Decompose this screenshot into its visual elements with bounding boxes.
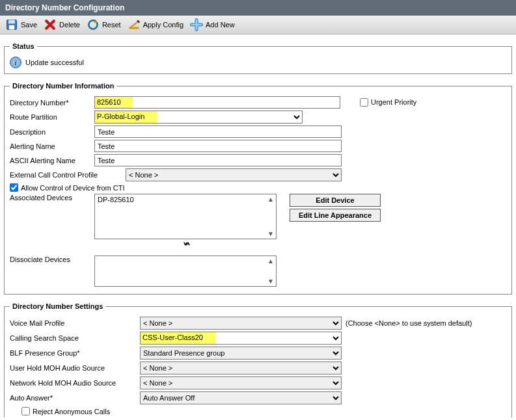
reject-anonymous-label: Reject Anonymous Calls bbox=[33, 408, 110, 415]
dn-settings-legend: Directory Number Settings bbox=[10, 302, 105, 310]
dn-settings-section: Directory Number Settings Voice Mail Pro… bbox=[4, 302, 512, 417]
svg-rect-1 bbox=[8, 20, 15, 24]
associated-devices-label: Associated Devices bbox=[10, 194, 94, 202]
net-hold-select[interactable]: < None > bbox=[140, 376, 342, 389]
route-partition-select[interactable] bbox=[94, 111, 303, 124]
css-label: Calling Search Space bbox=[10, 334, 140, 342]
edit-device-button[interactable]: Edit Device bbox=[290, 194, 381, 207]
add-icon bbox=[190, 18, 203, 31]
status-legend: Status bbox=[10, 42, 37, 50]
add-new-button[interactable]: Add New bbox=[190, 18, 235, 31]
dn-label: Directory Number* bbox=[10, 99, 94, 107]
auto-answer-select[interactable]: Auto Answer Off bbox=[140, 391, 342, 404]
scroll-up-icon[interactable]: ▲ bbox=[267, 257, 274, 265]
scroll-up-icon[interactable]: ▲ bbox=[267, 196, 274, 203]
reset-icon bbox=[87, 18, 100, 31]
reset-button[interactable]: Reset bbox=[87, 18, 121, 31]
auto-answer-label: Auto Answer* bbox=[10, 394, 140, 402]
vm-profile-label: Voice Mail Profile bbox=[10, 319, 140, 327]
blf-select[interactable]: Standard Presence group bbox=[140, 347, 342, 360]
user-hold-label: User Hold MOH Audio Source bbox=[10, 364, 140, 372]
status-section: Status i Update successful bbox=[4, 42, 512, 74]
ext-call-profile-select[interactable]: < None > bbox=[126, 168, 342, 181]
dn-info-legend: Directory Number Information bbox=[10, 82, 116, 90]
save-button[interactable]: Save bbox=[5, 18, 37, 31]
vm-profile-select[interactable]: < None > bbox=[140, 317, 342, 330]
dn-info-section: Directory Number Information Directory N… bbox=[4, 82, 512, 295]
ascii-alerting-label: ASCII Alerting Name bbox=[10, 157, 94, 164]
user-hold-select[interactable]: < None > bbox=[140, 361, 342, 374]
scroll-down-icon[interactable]: ▼ bbox=[267, 230, 274, 237]
scroll-down-icon[interactable]: ▼ bbox=[267, 278, 274, 285]
status-message: Update successful bbox=[25, 59, 84, 66]
urgent-priority-checkbox[interactable] bbox=[360, 98, 368, 107]
alerting-name-label: Alerting Name bbox=[10, 142, 94, 150]
info-icon: i bbox=[10, 57, 21, 68]
allow-cti-label: Allow Control of Device from CTI bbox=[21, 184, 125, 192]
blf-label: BLF Presence Group* bbox=[10, 349, 140, 357]
dissociate-devices-list[interactable]: ▲ ▼ bbox=[94, 256, 277, 287]
save-icon bbox=[5, 18, 18, 31]
delete-button[interactable]: Delete bbox=[44, 18, 80, 31]
ascii-alerting-input[interactable] bbox=[94, 154, 342, 166]
page-title: Directory Number Configuration bbox=[0, 0, 516, 16]
vm-profile-hint: (Choose <None> to use system default) bbox=[346, 319, 472, 327]
route-partition-label: Route Partition bbox=[10, 113, 94, 121]
alerting-name-input[interactable] bbox=[94, 140, 342, 152]
edit-line-appearance-button[interactable]: Edit Line Appearance bbox=[290, 209, 381, 222]
reject-anonymous-checkbox[interactable] bbox=[21, 407, 30, 415]
urgent-priority-label: Urgent Priority bbox=[371, 98, 416, 106]
css-select[interactable] bbox=[140, 332, 342, 345]
apply-config-button[interactable]: Apply Config bbox=[128, 18, 183, 31]
ext-call-profile-label: External Call Control Profile bbox=[10, 171, 126, 179]
description-input[interactable] bbox=[94, 125, 342, 138]
toolbar: Save Delete Reset Apply Config Add New bbox=[0, 16, 516, 34]
move-arrows[interactable]: ˅˄ bbox=[94, 241, 277, 254]
svg-rect-2 bbox=[9, 25, 14, 30]
description-label: Description bbox=[10, 128, 94, 136]
dissociate-devices-label: Dissociate Devices bbox=[10, 256, 94, 263]
associated-devices-list[interactable]: DP-825610 ▲ ▼ bbox=[94, 194, 277, 239]
net-hold-label: Network Hold MOH Audio Source bbox=[10, 379, 140, 387]
apply-icon bbox=[128, 18, 141, 31]
delete-icon bbox=[44, 18, 57, 31]
allow-cti-checkbox[interactable] bbox=[10, 183, 18, 192]
